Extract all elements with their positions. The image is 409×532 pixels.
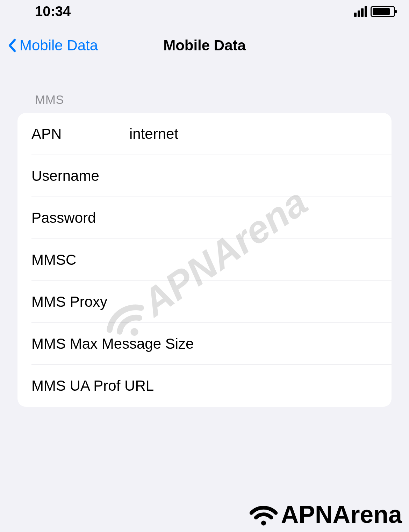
settings-row-mmsc[interactable]: MMSC <box>17 239 392 281</box>
settings-row-password[interactable]: Password <box>17 197 392 239</box>
page-title: Mobile Data <box>163 37 246 54</box>
row-label-apn: APN <box>31 126 108 142</box>
section-header-mms: MMS <box>17 93 392 113</box>
wifi-icon <box>248 502 279 527</box>
row-label-mms-ua-prof-url: MMS UA Prof URL <box>31 377 154 394</box>
status-bar: 10:34 <box>0 0 409 23</box>
mms-proxy-field[interactable] <box>107 293 378 310</box>
row-label-mms-proxy: MMS Proxy <box>31 293 107 310</box>
settings-row-mms-max-message-size[interactable]: MMS Max Message Size <box>17 323 392 365</box>
row-label-mms-max-message-size: MMS Max Message Size <box>31 335 194 352</box>
nav-bar: Mobile Data Mobile Data <box>0 23 409 68</box>
settings-row-username[interactable]: Username <box>17 155 392 197</box>
mmsc-field[interactable] <box>76 251 378 268</box>
svg-point-1 <box>261 521 266 526</box>
chevron-left-icon <box>8 38 16 52</box>
status-right <box>354 6 395 17</box>
row-label-mmsc: MMSC <box>31 251 76 268</box>
content-area: MMS APN Username Password MMSC MMS Proxy… <box>0 68 409 407</box>
battery-icon <box>371 6 395 17</box>
settings-row-apn[interactable]: APN <box>17 113 392 155</box>
settings-row-mms-ua-prof-url[interactable]: MMS UA Prof URL <box>17 365 392 407</box>
username-field[interactable] <box>99 168 378 184</box>
mms-ua-prof-url-field[interactable] <box>154 377 378 394</box>
status-time: 10:34 <box>35 3 71 19</box>
settings-row-mms-proxy[interactable]: MMS Proxy <box>17 281 392 323</box>
back-label: Mobile Data <box>20 37 98 54</box>
footer-brand-text: APNArena <box>281 501 402 529</box>
password-field[interactable] <box>96 210 378 226</box>
footer-brand: APNArena <box>248 501 402 529</box>
row-label-password: Password <box>31 210 96 226</box>
mms-max-message-size-field[interactable] <box>194 335 378 352</box>
apn-field[interactable] <box>108 126 378 142</box>
settings-group-mms: APN Username Password MMSC MMS Proxy MMS… <box>17 113 392 407</box>
cellular-signal-icon <box>354 6 367 17</box>
back-button[interactable]: Mobile Data <box>0 37 98 54</box>
row-label-username: Username <box>31 168 99 184</box>
